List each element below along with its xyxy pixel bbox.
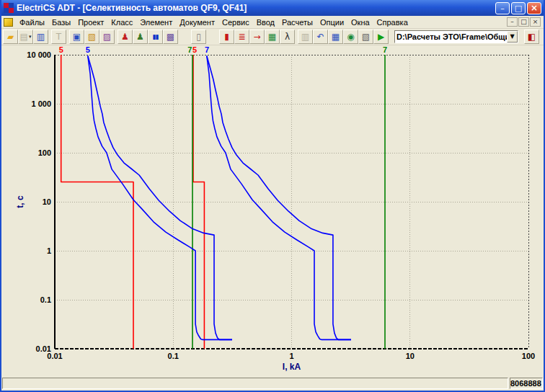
y-tick-label: 0.1	[40, 295, 51, 304]
breaker-button[interactable]: ▮	[219, 30, 234, 44]
exit-button[interactable]: ◧	[524, 30, 539, 44]
toolbar: ▰▤▾▥T▣▧▨♟♟▮▮▩▯▮≣→▦λ▥↶▦◉▧▶ D:\Расчеты ЭТО…	[1, 29, 544, 45]
curve-label: 7	[187, 45, 192, 54]
x-axis-title: I, kA	[283, 362, 301, 372]
menu-item-1[interactable]: Файлы	[16, 17, 48, 28]
text-format-button[interactable]: T	[51, 30, 66, 44]
breaker-red-icon: ▮	[224, 32, 229, 41]
mdi-restore-button[interactable]: □	[518, 17, 529, 27]
menu-item-9[interactable]: Расчеты	[278, 17, 316, 28]
books-palette-icon: ▩	[167, 32, 174, 41]
save-icon: ▥	[37, 32, 45, 41]
open-document-button[interactable]: ▧	[84, 30, 99, 44]
curve-label: 5	[192, 45, 197, 54]
run-play-icon: ▶	[378, 32, 384, 41]
save-button[interactable]: ▥	[33, 30, 48, 44]
x-tick-label: 100	[522, 352, 535, 360]
dropdown-arrow-icon: ▾	[29, 34, 32, 40]
find-document-button[interactable]: ▨	[99, 30, 115, 44]
y-tick-label: 1	[47, 246, 51, 255]
child-window-icon[interactable]	[4, 18, 13, 27]
path-combobox[interactable]: D:\Расчеты ЭТО\Frame\Общие вид ▼	[394, 30, 518, 43]
title-bar: ElectriCS ADT - [Селективность автоматов…	[1, 0, 544, 16]
minimize-button[interactable]: –	[495, 2, 510, 14]
busbar-red-icon: ≣	[238, 32, 245, 41]
globe-icon: ◉	[347, 32, 354, 41]
colored-grid-icon: ▦	[268, 32, 276, 41]
book-button[interactable]: ▥	[298, 30, 313, 44]
lambda-button[interactable]: λ	[280, 30, 295, 44]
run-button[interactable]: ▶	[373, 30, 389, 44]
person-red-icon: ♟	[121, 32, 129, 41]
y-tick-label: 100	[38, 148, 51, 157]
combobox-dropdown-icon[interactable]: ▼	[507, 31, 518, 43]
y-axis-title: t, c	[15, 195, 25, 208]
export-doc-button[interactable]: →	[249, 30, 265, 44]
network-button[interactable]: ◉	[343, 30, 358, 44]
curve-label: 7	[205, 45, 209, 54]
new-document-button[interactable]: ▯	[191, 30, 206, 44]
y-tick-label: 10	[43, 197, 51, 206]
menu-item-7[interactable]: Сервис	[218, 17, 253, 28]
restore-button[interactable]: □	[511, 2, 526, 14]
blank-page-icon: ▯	[196, 32, 201, 41]
chart-canvas[interactable]: 0.010.111010010 0001 0001001010.10.01I, …	[1, 45, 544, 376]
pause-icon: ▮▮	[153, 32, 159, 41]
curve-label: 5	[59, 45, 63, 54]
exit-slot: ◧	[524, 30, 539, 44]
busbar-button[interactable]: ≣	[234, 30, 249, 44]
table-icon: ▦	[332, 32, 340, 41]
text-icon: T	[56, 32, 61, 41]
y-tick-label: 1 000	[31, 99, 51, 108]
y-tick-label: 0.01	[36, 344, 51, 353]
menu-items: ФайлыБазыПроектКлассЭлементДокументСерви…	[16, 17, 507, 28]
y-tick-label: 10 000	[27, 50, 51, 59]
element-calc-button[interactable]: ♟	[118, 30, 133, 44]
table-button[interactable]: ▦	[328, 30, 343, 44]
menu-item-5[interactable]: Элемент	[136, 17, 176, 28]
copy-button[interactable]: ▣	[69, 30, 84, 44]
lambda-icon: λ	[285, 32, 290, 41]
status-value: 8068888	[510, 378, 543, 389]
print-icon: ▤	[20, 32, 28, 41]
menu-item-11[interactable]: Окна	[347, 17, 373, 28]
open-button[interactable]: ▰	[3, 30, 18, 44]
mdi-close-button[interactable]: ×	[530, 17, 541, 27]
book-icon: ▥	[301, 32, 309, 41]
app-icon	[4, 3, 14, 13]
open-folder-icon: ▰	[7, 32, 14, 41]
toolbar-buttons: ▰▤▾▥T▣▧▨♟♟▮▮▩▯▮≣→▦λ▥↶▦◉▧▶	[3, 30, 389, 44]
element-calc-alt-button[interactable]: ♟	[133, 30, 148, 44]
undo-arrow-icon: ↶	[316, 32, 324, 41]
menu-item-8[interactable]: Ввод	[253, 17, 278, 28]
series-qf41-band-2-lower	[207, 56, 351, 340]
app-window: ElectriCS ADT - [Селективность автоматов…	[0, 0, 545, 392]
menu-item-10[interactable]: Опции	[316, 17, 347, 28]
curve-label: 5	[86, 45, 90, 54]
menu-item-3[interactable]: Проект	[74, 17, 107, 28]
copy-pages-icon: ▣	[73, 32, 81, 41]
exit-door-icon: ◧	[528, 32, 536, 41]
x-tick-label: 10	[406, 352, 415, 360]
scheme-button[interactable]: ▦	[265, 30, 280, 44]
undo-button[interactable]: ↶	[313, 30, 328, 44]
close-button[interactable]: ×	[527, 2, 541, 14]
status-panel	[2, 378, 508, 389]
curve-label: 7	[383, 45, 387, 54]
pause-button[interactable]: ▮▮	[148, 30, 163, 44]
document-search-icon: ▨	[103, 32, 111, 41]
mdi-minimize-button[interactable]: –	[507, 17, 518, 27]
folder-document-icon: ▧	[88, 32, 96, 41]
menu-item-4[interactable]: Класс	[107, 17, 136, 28]
palette-button[interactable]: ▩	[163, 30, 178, 44]
window-title: ElectriCS ADT - [Селективность автоматов…	[17, 3, 495, 13]
x-tick-label: 0.1	[168, 352, 179, 360]
print-button[interactable]: ▤▾	[18, 30, 33, 44]
menu-item-12[interactable]: Справка	[373, 17, 412, 28]
menu-bar: ФайлыБазыПроектКлассЭлементДокументСерви…	[1, 16, 544, 29]
calculator-button[interactable]: ▧	[358, 30, 373, 44]
page-red-arrow-icon: →	[253, 32, 260, 41]
menu-item-6[interactable]: Документ	[176, 17, 218, 28]
person-green-icon: ♟	[136, 32, 144, 41]
menu-item-2[interactable]: Базы	[48, 17, 74, 28]
